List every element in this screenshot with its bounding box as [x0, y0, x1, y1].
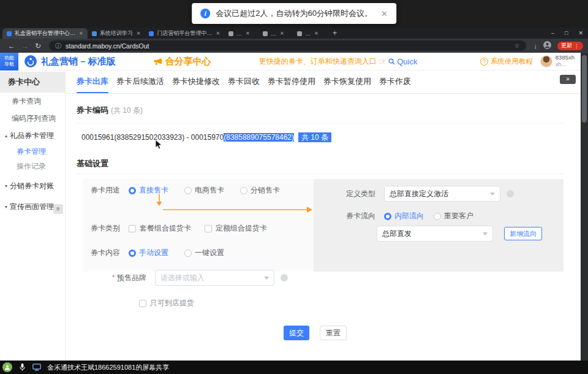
quick-search-link[interactable]: Quick	[388, 57, 417, 66]
maximize-button[interactable]: □	[565, 30, 568, 36]
checkbox-icon	[139, 300, 146, 307]
tutorial-link[interactable]: ? 系统使用教程	[480, 57, 533, 66]
window-controls: – □ ✕	[551, 28, 583, 39]
browser-tab-5[interactable]: … ✕	[258, 28, 293, 39]
nav-box-line2: 导航	[4, 61, 14, 67]
screen-share-icon[interactable]	[32, 364, 41, 371]
reset-button[interactable]: 重置	[320, 326, 347, 340]
radio-ecommerce-sale[interactable]: 电商售卡	[184, 185, 224, 196]
tab-card-suspend[interactable]: 券卡暂停使用	[268, 71, 315, 93]
card-flow-label: 券卡流向	[346, 211, 375, 221]
help-circle-icon[interactable]	[507, 190, 514, 197]
help-circle-icon[interactable]	[281, 274, 288, 281]
tab-card-resume[interactable]: 券卡恢复使用	[323, 71, 371, 93]
browser-tab-2[interactable]: 系统培训学习 ✕	[88, 28, 145, 39]
brand-logo-icon	[24, 55, 37, 67]
browser-tab-4[interactable]: … ✕	[224, 28, 258, 39]
checkbox-fixed-combo-pickup-card[interactable]: 定额组合提货卡	[205, 223, 267, 234]
flow-select[interactable]: 总部直发	[377, 226, 493, 242]
scrollbar-thumb[interactable]	[582, 55, 587, 123]
define-type-select[interactable]: 总部直接定义激活	[384, 186, 500, 202]
tab-label: 门店营销平台管理中…	[157, 29, 212, 37]
url-field[interactable]: ⓘ standard.maboy.cn/CardsOut ☆	[49, 40, 526, 51]
screen-share-bar: 金禾通技术王斌18662591081的屏幕共享	[0, 361, 588, 374]
back-button[interactable]: ←	[8, 42, 15, 50]
tab-close-icon[interactable]: ✕	[216, 31, 220, 36]
sidebar-item-card-management[interactable]: 券卡管理	[0, 144, 65, 159]
sidebar-item-card-query[interactable]: 券卡查询	[0, 93, 65, 110]
add-flow-button[interactable]: 新增流向	[504, 227, 542, 240]
submit-button[interactable]: 提交	[284, 326, 309, 340]
browser-tab-3[interactable]: 门店营销平台管理中… ✕	[145, 28, 224, 39]
triangle-down-icon: ▾	[5, 204, 7, 210]
card-usage-row: 券卡用途 直接售卡 电商售卡 分销售卡	[91, 185, 296, 196]
chrome-update-menu-button[interactable]: 更新 ⋮	[557, 42, 583, 50]
sidebar-group-gift-card-management[interactable]: ▴ 礼品券卡管理	[0, 127, 65, 144]
page-scrollbar[interactable]	[581, 53, 588, 361]
download-icon[interactable]: ↓	[534, 42, 538, 50]
chevron-down-icon	[264, 277, 269, 280]
microphone-icon[interactable]	[19, 363, 26, 372]
radio-icon	[184, 250, 192, 257]
new-tab-button[interactable]: +	[333, 28, 337, 39]
tab-label: …	[305, 31, 311, 37]
checkbox-store-pickup-only[interactable]: 只可到店提货	[139, 298, 194, 308]
checkbox-combo-pickup-card[interactable]: 套餐组合提货卡	[129, 223, 191, 234]
share-center-link[interactable]: 合分享中心	[154, 56, 211, 67]
radio-direct-sale[interactable]: 直接售卡	[129, 185, 168, 196]
count-badge: 共 10 条	[298, 132, 331, 142]
sidebar-item-operation-log[interactable]: 操作记录	[0, 159, 65, 174]
divider	[77, 123, 565, 124]
bookmark-star-icon[interactable]: ☆	[514, 42, 520, 49]
tab-card-quick-edit[interactable]: 券卡快捷修改	[172, 71, 220, 93]
flow-arrow	[141, 194, 320, 216]
sidebar-item-code-sequence-query[interactable]: 编码序列查询	[0, 110, 65, 127]
reload-button[interactable]: ↻	[35, 42, 41, 50]
tab-favicon	[92, 31, 97, 36]
radio-label: 直接售卡	[139, 185, 168, 196]
meeting-banner-text: 会议已超过2人，自动转为60分钟限时会议。	[216, 8, 372, 19]
browser-profile-avatar[interactable]	[543, 41, 551, 50]
tab-card-void[interactable]: 券卡作废	[379, 71, 411, 93]
main-content: 券卡出库 券卡后续激活 券卡快捷修改 券卡回收 券卡暂停使用 券卡恢复使用 券卡…	[66, 71, 581, 361]
tab-close-icon[interactable]: ✕	[79, 31, 83, 36]
code-count: (共 10 条)	[111, 106, 143, 115]
tab-label: 系统培训学习	[100, 29, 133, 37]
forward-button[interactable]: →	[21, 42, 29, 50]
function-nav-button[interactable]: 功能 导航	[0, 53, 18, 71]
tab-card-outbound[interactable]: 券卡出库	[77, 71, 108, 93]
tab-card-recycle[interactable]: 券卡回收	[228, 71, 260, 93]
tab-close-icon[interactable]: ✕	[314, 31, 318, 36]
presenter-avatar	[2, 362, 12, 372]
checkbox-icon	[129, 225, 136, 232]
tab-close-icon[interactable]: ✕	[246, 31, 250, 36]
sidebar-group-distribution-reconciliation[interactable]: ▾ 分销券卡对账	[0, 177, 65, 194]
radio-one-click-setup[interactable]: 一键设置	[184, 248, 224, 258]
tab-card-followup-activation[interactable]: 券卡后续激活	[116, 71, 164, 93]
tab-close-icon[interactable]: ✕	[280, 31, 284, 36]
browser-tab-6[interactable]: … ✕	[293, 28, 327, 39]
radio-important-customer[interactable]: 重要客户	[434, 211, 473, 221]
basic-settings-form: 券卡用途 直接售卡 电商售卡 分销售卡 券卡类别 套餐组合提货卡 定额组合提货卡…	[83, 179, 564, 323]
pointing-hand-icon: ☞	[379, 56, 387, 66]
tab-favicon	[228, 31, 233, 36]
sidebar-collapse-handle[interactable]: ≡	[53, 204, 63, 214]
presale-brand-select[interactable]: 请选择或输入	[155, 270, 274, 286]
browser-address-bar: ← → ↻ ⓘ standard.maboy.cn/CardsOut ☆ ↓ 更…	[0, 39, 588, 53]
tab-close-icon[interactable]: ✕	[137, 31, 141, 36]
quick-label: Quick	[397, 57, 417, 66]
browser-tab-1[interactable]: 礼盒营销平台管理中心… ✕	[2, 28, 88, 39]
minimize-button[interactable]: –	[551, 30, 554, 36]
site-info-icon[interactable]: ⓘ	[55, 42, 61, 50]
panel-collapse-button[interactable]: »	[560, 75, 576, 84]
radio-label: 内部流向	[394, 211, 424, 221]
radio-manual-setup[interactable]: 手动设置	[129, 248, 168, 258]
sidebar-title: 券卡中心	[0, 72, 65, 93]
banner-close-icon[interactable]: ✕	[381, 9, 388, 18]
radio-distribution-sale[interactable]: 分销售卡	[240, 185, 280, 196]
close-window-button[interactable]: ✕	[578, 30, 583, 36]
form-actions: 提交 重置	[66, 326, 565, 340]
user-avatar[interactable]	[540, 55, 552, 67]
web-page: 功能 导航 礼盒营销 – 标准版 合分享中心 更快捷的券卡、订单和快递查询入口 …	[0, 53, 581, 361]
radio-internal-flow[interactable]: 内部流向	[384, 211, 424, 221]
